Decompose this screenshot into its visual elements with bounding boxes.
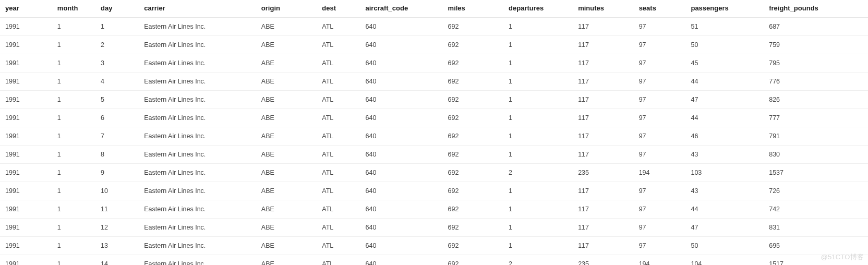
cell-seats: 97 <box>634 73 686 91</box>
cell-carrier: Eastern Air Lines Inc. <box>139 91 256 109</box>
cell-minutes: 117 <box>573 237 633 255</box>
cell-freight_pounds: 831 <box>764 219 868 237</box>
cell-carrier: Eastern Air Lines Inc. <box>139 200 256 219</box>
cell-origin: ABE <box>256 146 317 164</box>
cell-minutes: 117 <box>573 109 633 127</box>
cell-year: 1991 <box>0 109 52 127</box>
cell-minutes: 117 <box>573 219 633 237</box>
table-row[interactable]: 199112Eastern Air Lines Inc.ABEATL640692… <box>0 36 868 54</box>
cell-origin: ABE <box>256 255 317 266</box>
cell-day: 10 <box>95 182 139 200</box>
cell-carrier: Eastern Air Lines Inc. <box>139 54 256 73</box>
cell-carrier: Eastern Air Lines Inc. <box>139 146 256 164</box>
col-header-day[interactable]: day <box>95 0 139 18</box>
cell-departures: 1 <box>503 36 573 54</box>
col-header-year[interactable]: year <box>0 0 52 18</box>
cell-day: 3 <box>95 54 139 73</box>
cell-miles: 692 <box>443 200 503 219</box>
cell-aircraft_code: 640 <box>360 36 443 54</box>
cell-freight_pounds: 742 <box>764 200 868 219</box>
col-header-departures[interactable]: departures <box>503 0 573 18</box>
table-row[interactable]: 199111Eastern Air Lines Inc.ABEATL640692… <box>0 18 868 36</box>
cell-freight_pounds: 687 <box>764 18 868 36</box>
cell-miles: 692 <box>443 54 503 73</box>
cell-miles: 692 <box>443 73 503 91</box>
table-row[interactable]: 199113Eastern Air Lines Inc.ABEATL640692… <box>0 54 868 73</box>
cell-origin: ABE <box>256 164 317 182</box>
table-row[interactable]: 199115Eastern Air Lines Inc.ABEATL640692… <box>0 91 868 109</box>
cell-day: 9 <box>95 164 139 182</box>
cell-dest: ATL <box>317 164 360 182</box>
cell-miles: 692 <box>443 164 503 182</box>
table-row[interactable]: 199116Eastern Air Lines Inc.ABEATL640692… <box>0 109 868 127</box>
col-header-freight-pounds[interactable]: freight_pounds <box>764 0 868 18</box>
table-row[interactable]: 199119Eastern Air Lines Inc.ABEATL640692… <box>0 164 868 182</box>
cell-departures: 1 <box>503 200 573 219</box>
cell-miles: 692 <box>443 237 503 255</box>
cell-seats: 97 <box>634 54 686 73</box>
cell-departures: 1 <box>503 91 573 109</box>
cell-freight_pounds: 695 <box>764 237 868 255</box>
cell-aircraft_code: 640 <box>360 182 443 200</box>
cell-day: 8 <box>95 146 139 164</box>
cell-dest: ATL <box>317 182 360 200</box>
cell-seats: 97 <box>634 219 686 237</box>
cell-carrier: Eastern Air Lines Inc. <box>139 182 256 200</box>
cell-freight_pounds: 830 <box>764 146 868 164</box>
cell-year: 1991 <box>0 182 52 200</box>
col-header-minutes[interactable]: minutes <box>573 0 633 18</box>
cell-aircraft_code: 640 <box>360 73 443 91</box>
cell-aircraft_code: 640 <box>360 54 443 73</box>
table-row[interactable]: 1991111Eastern Air Lines Inc.ABEATL64069… <box>0 200 868 219</box>
table-row[interactable]: 199114Eastern Air Lines Inc.ABEATL640692… <box>0 73 868 91</box>
col-header-carrier[interactable]: carrier <box>139 0 256 18</box>
table-row[interactable]: 1991110Eastern Air Lines Inc.ABEATL64069… <box>0 182 868 200</box>
cell-origin: ABE <box>256 73 317 91</box>
col-header-miles[interactable]: miles <box>443 0 503 18</box>
cell-miles: 692 <box>443 146 503 164</box>
table-row[interactable]: 199118Eastern Air Lines Inc.ABEATL640692… <box>0 146 868 164</box>
cell-year: 1991 <box>0 91 52 109</box>
cell-minutes: 235 <box>573 255 633 266</box>
cell-aircraft_code: 640 <box>360 91 443 109</box>
cell-passengers: 47 <box>685 91 764 109</box>
col-header-passengers[interactable]: passengers <box>685 0 764 18</box>
cell-origin: ABE <box>256 219 317 237</box>
cell-carrier: Eastern Air Lines Inc. <box>139 109 256 127</box>
col-header-seats[interactable]: seats <box>634 0 686 18</box>
table-row[interactable]: 199117Eastern Air Lines Inc.ABEATL640692… <box>0 127 868 146</box>
cell-dest: ATL <box>317 18 360 36</box>
cell-aircraft_code: 640 <box>360 219 443 237</box>
cell-minutes: 117 <box>573 200 633 219</box>
table-row[interactable]: 1991113Eastern Air Lines Inc.ABEATL64069… <box>0 237 868 255</box>
cell-month: 1 <box>52 54 95 73</box>
cell-carrier: Eastern Air Lines Inc. <box>139 18 256 36</box>
cell-minutes: 117 <box>573 91 633 109</box>
cell-year: 1991 <box>0 200 52 219</box>
cell-aircraft_code: 640 <box>360 200 443 219</box>
col-header-origin[interactable]: origin <box>256 0 317 18</box>
cell-seats: 97 <box>634 127 686 146</box>
cell-month: 1 <box>52 73 95 91</box>
cell-seats: 194 <box>634 255 686 266</box>
cell-year: 1991 <box>0 18 52 36</box>
cell-minutes: 117 <box>573 54 633 73</box>
cell-dest: ATL <box>317 54 360 73</box>
cell-miles: 692 <box>443 182 503 200</box>
col-header-dest[interactable]: dest <box>317 0 360 18</box>
cell-dest: ATL <box>317 219 360 237</box>
cell-origin: ABE <box>256 36 317 54</box>
cell-month: 1 <box>52 146 95 164</box>
cell-miles: 692 <box>443 127 503 146</box>
col-header-aircraft-code[interactable]: aircraft_code <box>360 0 443 18</box>
table-row[interactable]: 1991114Eastern Air Lines Inc.ABEATL64069… <box>0 255 868 266</box>
cell-freight_pounds: 795 <box>764 54 868 73</box>
cell-seats: 97 <box>634 146 686 164</box>
cell-dest: ATL <box>317 237 360 255</box>
cell-origin: ABE <box>256 54 317 73</box>
cell-minutes: 117 <box>573 127 633 146</box>
cell-freight_pounds: 776 <box>764 73 868 91</box>
table-row[interactable]: 1991112Eastern Air Lines Inc.ABEATL64069… <box>0 219 868 237</box>
cell-origin: ABE <box>256 182 317 200</box>
col-header-month[interactable]: month <box>52 0 95 18</box>
